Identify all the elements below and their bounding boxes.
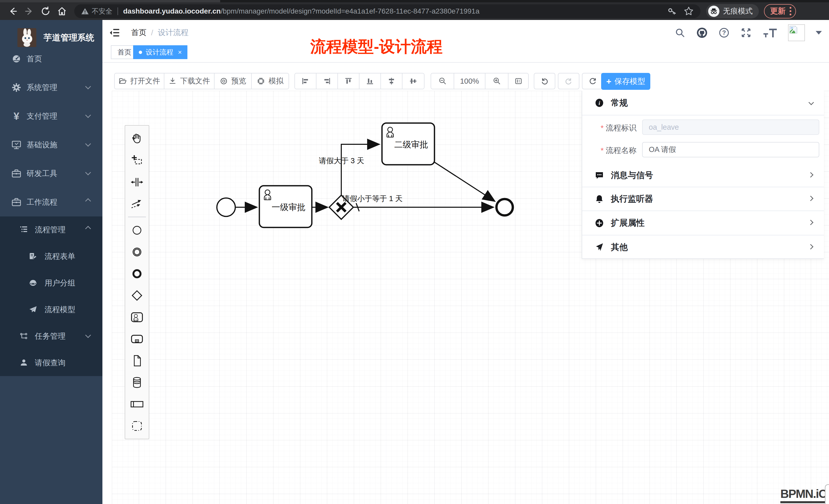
sidebar: 芋道管理系统 首页 系统管理 ¥ 支付管理 xyxy=(0,20,102,504)
bpmn-canvas[interactable]: 一级审批 二级审批 请假 xyxy=(102,91,829,504)
create-data-store[interactable] xyxy=(125,372,149,393)
process-key-field: * 流程标识 xyxy=(582,119,824,135)
user-task-level1[interactable]: 一级审批 xyxy=(259,186,312,227)
avatar[interactable] xyxy=(788,24,805,41)
create-start-event[interactable] xyxy=(125,219,149,241)
chevron-down-icon xyxy=(85,141,91,147)
start-event[interactable] xyxy=(217,198,235,217)
sidebar-item-workflow[interactable]: 工作流程 xyxy=(0,188,102,217)
sidebar-item-process-form[interactable]: 流程表单 xyxy=(0,243,102,270)
create-end-event[interactable] xyxy=(125,263,149,284)
github-icon[interactable] xyxy=(696,27,708,39)
sidebar-item-label: 任务管理 xyxy=(35,331,66,342)
global-connect-tool[interactable] xyxy=(125,193,149,215)
zoom-reset-button[interactable] xyxy=(508,73,528,89)
align-top-button[interactable] xyxy=(338,73,359,89)
preview-button[interactable]: 预览 xyxy=(215,73,252,89)
sidebar-item-payment[interactable]: ¥ 支付管理 xyxy=(0,102,102,130)
align-bottom-button[interactable] xyxy=(359,73,381,89)
section-other[interactable]: 其他 xyxy=(582,235,824,259)
bpmn-io-watermark[interactable]: BPMN.iO xyxy=(780,487,827,503)
browser-forward-button[interactable] xyxy=(21,4,37,18)
avatar-caret-icon[interactable] xyxy=(816,31,822,35)
browser-address-bar[interactable]: 不安全 dashboard.yudao.iocoder.cn/bpm/manag… xyxy=(74,4,700,18)
section-execution-listeners[interactable]: 执行监听器 xyxy=(582,187,824,211)
sidebar-item-user-group[interactable]: 用户分组 xyxy=(0,270,102,296)
create-intermediate-event[interactable] xyxy=(125,241,149,263)
process-name-input[interactable] xyxy=(642,142,819,157)
browser-active-tab[interactable] xyxy=(0,0,220,2)
sidebar-item-label: 流程管理 xyxy=(35,225,66,235)
face-icon xyxy=(29,279,37,287)
save-model-button[interactable]: + 保存模型 xyxy=(601,73,650,90)
create-group[interactable] xyxy=(125,415,149,437)
zoom-in-button[interactable] xyxy=(485,73,508,89)
sidebar-item-system[interactable]: 系统管理 xyxy=(0,73,102,102)
sidebar-item-process-mgmt[interactable]: 流程管理 xyxy=(0,217,102,243)
end-event[interactable] xyxy=(497,199,513,216)
create-subprocess[interactable] xyxy=(125,328,149,350)
hand-tool[interactable] xyxy=(125,128,149,149)
section-extended-properties[interactable]: 扩展属性 xyxy=(582,211,824,235)
download-file-button[interactable]: 下载文件 xyxy=(165,73,215,89)
space-tool[interactable] xyxy=(125,171,149,193)
url-separator xyxy=(117,7,118,15)
password-key-icon[interactable] xyxy=(667,6,677,16)
browser-menu-icon[interactable] xyxy=(790,7,791,15)
align-right-button[interactable] xyxy=(317,73,338,89)
flow-label-gt3[interactable]: 请假大于 3 天 xyxy=(319,157,364,165)
breadcrumb-home[interactable]: 首页 xyxy=(131,27,146,38)
tags-view-bar: 首页 设计流程 × xyxy=(102,45,829,63)
process-key-input[interactable] xyxy=(642,119,819,135)
section-general[interactable]: i 常规 xyxy=(582,91,824,115)
flow-task2-to-end[interactable] xyxy=(434,162,494,201)
restart-button[interactable] xyxy=(582,73,604,89)
fullscreen-icon[interactable] xyxy=(740,27,752,39)
browser-home-button[interactable] xyxy=(54,4,70,18)
align-middle-button[interactable] xyxy=(381,73,402,89)
zoom-out-button[interactable] xyxy=(431,73,454,89)
minimap-toggle[interactable] xyxy=(825,484,829,504)
bookmark-star-icon[interactable] xyxy=(684,6,694,16)
font-size-icon[interactable] xyxy=(762,27,778,39)
align-left-button[interactable] xyxy=(295,73,317,89)
sidebar-item-devtools[interactable]: 研发工具 xyxy=(0,159,102,188)
open-file-button[interactable]: 打开文件 xyxy=(115,73,165,89)
sidebar-item-home[interactable]: 首页 xyxy=(0,44,102,73)
tab-close-icon[interactable]: × xyxy=(178,48,182,56)
browser-reload-button[interactable] xyxy=(37,4,54,18)
bpmn-palette xyxy=(125,125,149,439)
simulate-button[interactable]: 模拟 xyxy=(252,73,289,89)
chevron-right-icon xyxy=(808,220,814,225)
sidebar-item-leave-query[interactable]: 请假查询 xyxy=(0,349,102,376)
create-participant[interactable] xyxy=(125,393,149,415)
sidebar-fold-icon[interactable] xyxy=(110,27,122,39)
flow-label-le1[interactable]: 请假小于等于 1 天 xyxy=(342,194,402,203)
redo-button[interactable] xyxy=(558,73,579,89)
flow-gateway-to-task2[interactable] xyxy=(341,144,379,195)
align-center-button[interactable] xyxy=(402,73,424,89)
chevron-down-icon xyxy=(85,112,91,118)
url-text[interactable]: dashboard.yudao.iocoder.cn/bpm/manager/m… xyxy=(123,7,663,15)
create-data-object[interactable] xyxy=(125,350,149,372)
sidebar-item-task-mgmt[interactable]: 任务管理 xyxy=(0,323,102,349)
sidebar-item-process-model[interactable]: 流程模型 xyxy=(0,296,102,323)
zoom-level-display: 100% xyxy=(454,73,485,89)
sidebar-item-label: 基础设施 xyxy=(27,140,57,150)
section-label: 消息与信号 xyxy=(611,169,653,181)
site-security-chip[interactable]: 不安全 xyxy=(81,7,112,16)
sidebar-item-label: 工作流程 xyxy=(27,197,57,207)
browser-update-button[interactable]: 更新 xyxy=(764,4,796,18)
section-messages-signals[interactable]: 消息与信号 xyxy=(582,164,824,187)
browser-back-button[interactable] xyxy=(5,4,21,18)
sidebar-item-infra[interactable]: 基础设施 xyxy=(0,130,102,159)
user-task-level2[interactable]: 二级审批 xyxy=(382,123,434,165)
create-user-task[interactable] xyxy=(125,306,149,328)
create-gateway[interactable] xyxy=(125,284,149,306)
undo-button[interactable] xyxy=(534,73,555,89)
search-icon[interactable] xyxy=(674,27,686,39)
lasso-tool[interactable] xyxy=(125,149,149,171)
help-icon[interactable]: ? xyxy=(718,27,730,39)
required-mark: * xyxy=(601,146,604,155)
tab-design-process[interactable]: 设计流程 × xyxy=(133,45,187,59)
